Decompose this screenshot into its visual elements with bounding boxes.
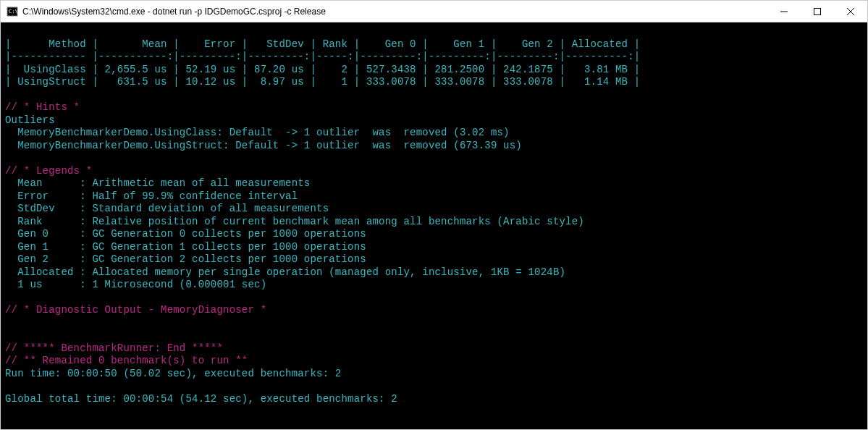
diagnostic-header: // * Diagnostic Output - MemoryDiagnoser…	[5, 304, 266, 316]
legend-line: Allocated : Allocated memory per single …	[5, 266, 565, 278]
minimize-icon	[780, 8, 788, 15]
maximize-icon	[814, 8, 821, 15]
legend-line: 1 us : 1 Microsecond (0.000001 sec)	[5, 279, 266, 290]
table-row: | UsingStruct | 631.5 us | 10.12 us | 8.…	[5, 76, 640, 88]
close-button[interactable]	[834, 1, 867, 22]
window-title: C:\Windows\System32\cmd.exe - dotnet run…	[22, 7, 767, 17]
legend-line: Gen 2 : GC Generation 2 collects per 100…	[5, 253, 366, 265]
hints-header: // * Hints *	[5, 101, 80, 113]
table-row: | UsingClass | 2,655.5 us | 52.19 us | 8…	[5, 64, 640, 75]
legend-line: Mean : Arithmetic mean of all measuremen…	[5, 177, 310, 189]
maximize-button[interactable]	[801, 1, 834, 22]
table-header-row: | Method | Mean | Error | StdDev | Rank …	[5, 38, 640, 50]
outlier-line: MemoryBenchmarkerDemo.UsingStruct: Defau…	[5, 140, 522, 151]
outliers-label: Outliers	[5, 114, 55, 126]
table-separator-row: |------------ |-----------:|---------:|-…	[5, 51, 640, 62]
window-controls	[767, 1, 867, 22]
run-time: Run time: 00:00:50 (50.02 sec), executed…	[5, 368, 341, 379]
outlier-line: MemoryBenchmarkerDemo.UsingClass: Defaul…	[5, 127, 510, 138]
cmd-window: C:\ C:\Windows\System32\cmd.exe - dotnet…	[0, 0, 868, 430]
legend-line: Gen 1 : GC Generation 1 collects per 100…	[5, 241, 366, 253]
legend-line: Gen 0 : GC Generation 0 collects per 100…	[5, 228, 366, 240]
legend-line: StdDev : Standard deviation of all measu…	[5, 203, 329, 214]
svg-rect-3	[814, 8, 821, 14]
benchmark-remain: // ** Remained 0 benchmark(s) to run **	[5, 355, 248, 366]
global-time: Global total time: 00:00:54 (54.12 sec),…	[5, 393, 397, 405]
legends-header: // * Legends *	[5, 165, 92, 177]
titlebar[interactable]: C:\ C:\Windows\System32\cmd.exe - dotnet…	[1, 1, 867, 22]
legend-line: Error : Half of 99.9% confidence interva…	[5, 190, 298, 202]
benchmark-end: // ***** BenchmarkRunner: End *****	[5, 342, 223, 354]
minimize-button[interactable]	[767, 1, 801, 22]
svg-text:C:\: C:\	[9, 9, 18, 14]
legend-line: Rank : Relative position of current benc…	[5, 216, 584, 227]
console-output[interactable]: | Method | Mean | Error | StdDev | Rank …	[1, 22, 867, 429]
cmd-icon: C:\	[7, 6, 18, 17]
close-icon	[847, 8, 854, 15]
